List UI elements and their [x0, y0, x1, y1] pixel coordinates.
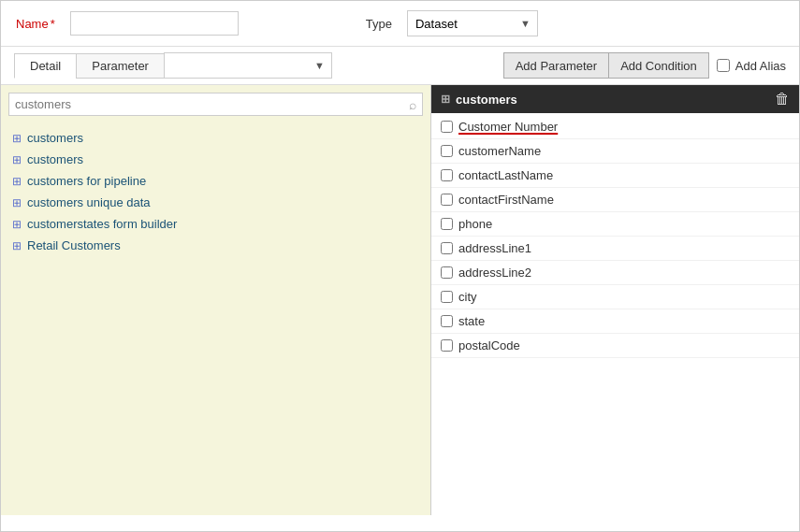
- required-asterisk: *: [51, 17, 55, 31]
- trash-icon[interactable]: 🗑: [775, 91, 790, 108]
- list-item[interactable]: ⊞customerstates form builder: [8, 213, 423, 235]
- tab-detail[interactable]: Detail: [14, 53, 76, 79]
- field-checkbox[interactable]: [441, 145, 453, 157]
- list-item-label: customerstates form builder: [27, 217, 177, 231]
- list-item[interactable]: ⊞customers for pipeline: [8, 170, 423, 192]
- list-item[interactable]: ⊞customers: [8, 149, 423, 170]
- param-dropdown-wrapper: ▼: [164, 52, 332, 79]
- list-item[interactable]: ⊞customers: [8, 127, 423, 149]
- grid-icon: ⊞: [12, 132, 22, 145]
- field-checkbox[interactable]: [441, 266, 453, 279]
- name-input[interactable]: [70, 11, 239, 36]
- grid-icon: ⊞: [12, 218, 22, 231]
- name-label-text: Name: [16, 17, 49, 31]
- right-panel: ⊞ customers 🗑 Customer NumbercustomerNam…: [431, 85, 799, 515]
- add-alias-checkbox[interactable]: [717, 59, 730, 72]
- add-alias-label: Add Alias: [735, 59, 786, 73]
- type-select-wrapper: DatasetSQLOLAP ▼: [407, 10, 538, 36]
- field-label: phone: [458, 217, 492, 231]
- tab-parameter[interactable]: Parameter: [76, 53, 164, 79]
- field-checkbox[interactable]: [441, 339, 453, 352]
- search-icon: ⌕: [409, 97, 416, 112]
- field-label: contactLastName: [458, 168, 553, 182]
- search-bar: ⌕: [8, 93, 423, 116]
- list-item-label: Retail Customers: [27, 238, 121, 252]
- list-item[interactable]: ⊞Retail Customers: [8, 235, 423, 256]
- field-item[interactable]: state: [431, 309, 799, 334]
- name-label: Name*: [14, 17, 55, 31]
- grid-icon: ⊞: [12, 239, 22, 252]
- type-label: Type: [366, 17, 392, 31]
- field-label: city: [458, 290, 477, 304]
- field-checkbox[interactable]: [441, 218, 453, 230]
- left-panel: ⌕ ⊞customers⊞customers⊞customers for pip…: [1, 85, 431, 515]
- search-input[interactable]: [15, 95, 409, 113]
- field-label: Customer Number: [458, 120, 558, 134]
- grid-icon: ⊞: [12, 175, 22, 188]
- field-label: contactFirstName: [458, 193, 554, 207]
- right-panel-title: customers: [456, 93, 517, 107]
- alias-wrapper: Add Alias: [717, 59, 786, 73]
- field-label: postalCode: [458, 338, 520, 352]
- add-condition-button[interactable]: Add Condition: [608, 52, 709, 79]
- field-item[interactable]: city: [431, 285, 799, 309]
- right-header-title: ⊞ customers: [441, 93, 517, 107]
- field-item[interactable]: addressLine1: [431, 237, 799, 261]
- field-checkbox[interactable]: [441, 315, 453, 327]
- field-checkbox[interactable]: [441, 194, 453, 206]
- field-item[interactable]: contactLastName: [431, 164, 799, 188]
- field-checkbox[interactable]: [441, 291, 453, 303]
- list-item-label: customers: [27, 152, 83, 166]
- grid-icon: ⊞: [12, 153, 22, 166]
- list-item-label: customers unique data: [27, 195, 151, 209]
- fields-list: Customer NumbercustomerNamecontactLastNa…: [431, 113, 799, 515]
- field-item[interactable]: customerName: [431, 139, 799, 164]
- grid-icon: ⊞: [12, 196, 22, 209]
- field-item[interactable]: addressLine2: [431, 261, 799, 285]
- right-panel-header: ⊞ customers 🗑: [431, 85, 799, 113]
- field-label: addressLine1: [458, 241, 531, 255]
- main-container: Name* Type DatasetSQLOLAP ▼ Detail Param…: [0, 0, 800, 532]
- list-item-label: customers for pipeline: [27, 174, 146, 188]
- content-area: ⌕ ⊞customers⊞customers⊞customers for pip…: [1, 85, 799, 515]
- field-label: addressLine2: [458, 266, 531, 280]
- field-checkbox[interactable]: [441, 169, 453, 181]
- add-parameter-button[interactable]: Add Parameter: [503, 52, 609, 79]
- items-list: ⊞customers⊞customers⊞customers for pipel…: [1, 123, 430, 515]
- list-item-label: customers: [27, 131, 83, 145]
- field-label: customerName: [458, 144, 541, 158]
- top-row: Name* Type DatasetSQLOLAP ▼: [1, 1, 799, 47]
- field-checkbox[interactable]: [441, 242, 453, 254]
- type-select[interactable]: DatasetSQLOLAP: [407, 10, 538, 36]
- field-item[interactable]: Customer Number: [431, 115, 799, 139]
- param-dropdown[interactable]: [164, 52, 332, 79]
- field-item[interactable]: postalCode: [431, 334, 799, 358]
- field-checkbox[interactable]: [441, 121, 453, 133]
- grid-icon-header: ⊞: [441, 93, 450, 106]
- list-item[interactable]: ⊞customers unique data: [8, 192, 423, 213]
- field-item[interactable]: phone: [431, 212, 799, 237]
- field-item[interactable]: contactFirstName: [431, 188, 799, 212]
- field-label: state: [458, 314, 485, 328]
- toolbar-row: Detail Parameter ▼ Add Parameter Add Con…: [1, 47, 799, 85]
